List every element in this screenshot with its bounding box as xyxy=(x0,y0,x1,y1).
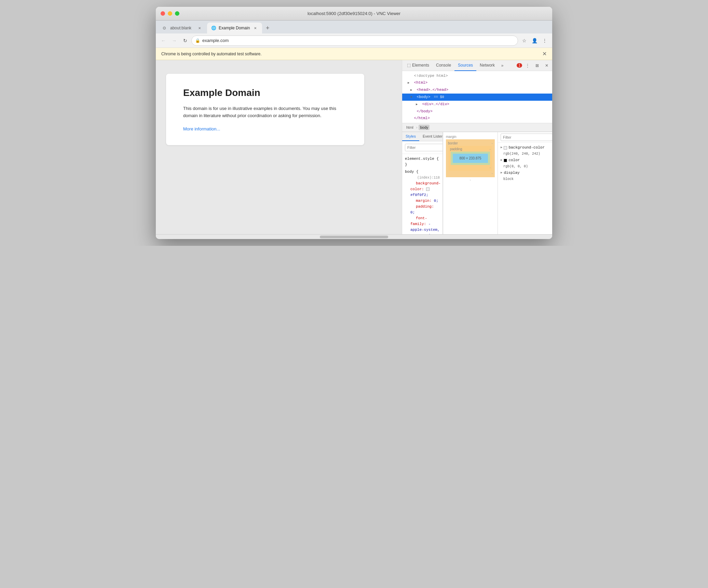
browser-scrollbar xyxy=(156,234,552,239)
computed-panel: Show all ▶ background-color rgb(240, 240… xyxy=(498,132,552,234)
font-family-prop: font-family: -apple-system, system-ui, B… xyxy=(405,215,440,234)
triangle-head[interactable] xyxy=(410,87,414,93)
computed-filter-bar: Show all xyxy=(498,132,552,143)
closing-brace: } xyxy=(405,162,440,168)
padding-value: 0; xyxy=(410,210,415,214)
nav-actions: ☆ 👤 ⋮ xyxy=(519,36,549,45)
margin-side-vals: - xyxy=(446,178,495,182)
minimize-button[interactable] xyxy=(168,11,172,16)
box-model-title: margin border - padding - xyxy=(446,135,495,182)
div-tag: <div> xyxy=(422,102,434,106)
tab-about-blank[interactable]: ⊙ about:blank ✕ xyxy=(159,23,206,33)
margin-label: margin xyxy=(446,135,495,139)
menu-button[interactable]: ⋮ xyxy=(540,36,549,45)
tab-elements[interactable]: ⬚ Elements xyxy=(404,60,433,71)
margin-bottom-val: - xyxy=(448,171,493,175)
tab-close-2[interactable]: ✕ xyxy=(253,25,258,31)
profile-button[interactable]: 👤 xyxy=(530,36,539,45)
dom-line-body[interactable]: <body> == $0 xyxy=(402,94,552,101)
element-style-selector: element.style { xyxy=(405,156,440,162)
dom-line-body-close[interactable]: </body> xyxy=(402,108,552,115)
url-text: example.com xyxy=(202,38,514,43)
tab-favicon-1: ⊙ xyxy=(163,26,167,30)
address-bar[interactable]: 🔒 example.com xyxy=(191,36,518,46)
filter-input[interactable] xyxy=(405,144,443,151)
display-block: block xyxy=(503,177,514,181)
dom-line-html[interactable]: <html> xyxy=(402,79,552,86)
tab-network[interactable]: Network xyxy=(476,60,498,71)
body-tag-open: <body> xyxy=(417,95,431,99)
tab-sources[interactable]: Sources xyxy=(454,60,476,71)
bottom-panel: Styles Event Listeners DOM Breakpoints P… xyxy=(402,132,552,234)
bookmark-button[interactable]: ☆ xyxy=(519,36,529,45)
reload-button[interactable]: ↻ xyxy=(180,36,190,45)
tab-example-domain[interactable]: 🌐 Example Domain ✕ xyxy=(207,23,262,33)
browser-content: Example Domain This domain is for use in… xyxy=(156,60,402,234)
page-description: This domain is for use in illustrative e… xyxy=(183,105,347,120)
expand-arrow-2: ▶ xyxy=(501,157,502,163)
margin-name: margin: xyxy=(410,199,434,203)
head-ellipsis: … xyxy=(430,88,433,92)
head-tag: <head> xyxy=(417,88,431,92)
browser-chrome: ⊙ about:blank ✕ 🌐 Example Domain ✕ + ← →… xyxy=(156,20,552,234)
more-tabs-button[interactable]: » xyxy=(498,61,506,70)
border-bottom-val: - xyxy=(450,166,491,169)
tab-close-1[interactable]: ✕ xyxy=(197,25,202,31)
dom-line-div[interactable]: <div>…</div> xyxy=(402,101,552,108)
tab-console[interactable]: Console xyxy=(433,60,454,71)
computed-props-list: ▶ background-color rgb(240, 240, 242) ▶ … xyxy=(498,143,552,234)
padding-inner-label: padding xyxy=(450,147,462,151)
bg-color-swatch-computed xyxy=(504,146,507,150)
triangle-div[interactable] xyxy=(416,101,420,108)
maximize-button[interactable] xyxy=(175,11,179,16)
bg-color-name: background-color: xyxy=(410,181,441,191)
scroll-thumb[interactable] xyxy=(320,236,388,238)
breadcrumb-separator: › xyxy=(416,125,418,129)
selector-element-style: element.style { xyxy=(405,157,439,161)
color-prop-name: color xyxy=(508,157,520,163)
devtools-settings-button[interactable]: ⋮ xyxy=(523,61,532,70)
new-tab-button[interactable]: + xyxy=(263,23,272,33)
devtools-close-button[interactable]: ✕ xyxy=(543,61,551,70)
banner-close-button[interactable]: ✕ xyxy=(542,51,547,57)
dom-inspector: <!doctype html> <html> <head>…</head> <b… xyxy=(402,71,552,123)
body-rule-1: body { (index):118 background-color: #f0… xyxy=(402,168,442,234)
border-top-val: - xyxy=(490,147,491,151)
automation-banner: Chrome is being controlled by automated … xyxy=(156,48,552,60)
error-badge: 1 xyxy=(517,63,522,68)
computed-display[interactable]: ▶ display xyxy=(498,169,552,177)
computed-color[interactable]: ▶ color xyxy=(498,157,552,164)
lock-icon: 🔒 xyxy=(195,38,200,43)
body-close-tag: </body> xyxy=(417,109,433,113)
body-dollar-marker: == $0 xyxy=(434,95,444,99)
inspect-icon: ⬚ xyxy=(407,63,411,68)
dom-line-doctype[interactable]: <!doctype html> xyxy=(402,72,552,79)
close-button[interactable] xyxy=(161,11,165,16)
more-info-link[interactable]: More information... xyxy=(183,126,220,131)
color-swatch-computed xyxy=(504,159,507,162)
breadcrumb-body[interactable]: body xyxy=(419,125,430,130)
triangle-html[interactable] xyxy=(408,80,412,86)
panel-tabs: Styles Event Listeners DOM Breakpoints P… xyxy=(402,132,442,141)
triangle-body[interactable] xyxy=(410,94,414,100)
computed-bg-color[interactable]: ▶ background-color xyxy=(498,144,552,151)
automation-text: Chrome is being controlled by automated … xyxy=(161,52,261,56)
back-button[interactable]: ← xyxy=(159,36,168,45)
window-title: localhost:5900 (2df30e915024:0) - VNC Vi… xyxy=(308,11,400,16)
dom-line-head[interactable]: <head>…</head> xyxy=(402,86,552,94)
forward-button[interactable]: → xyxy=(169,36,179,45)
computed-filter-input[interactable] xyxy=(501,134,552,141)
font-family-name: font-family: xyxy=(410,216,428,226)
tab-styles[interactable]: Styles xyxy=(402,132,419,141)
dom-line-html-close[interactable]: </html> xyxy=(402,115,552,122)
display-prop-name: display xyxy=(504,170,519,176)
nav-bar: ← → ↻ 🔒 example.com ☆ 👤 ⋮ xyxy=(156,33,552,48)
main-area: Example Domain This domain is for use in… xyxy=(156,60,552,234)
bg-color-prop-name: background-color xyxy=(508,145,545,151)
breadcrumb-bar: html › body xyxy=(402,123,552,132)
breadcrumb-html[interactable]: html xyxy=(405,125,415,130)
devtools-dock-button[interactable]: ⊠ xyxy=(533,61,541,70)
margin-box: border - padding - xyxy=(446,139,495,177)
bg-color-swatch[interactable] xyxy=(426,187,430,191)
tab-event-listeners[interactable]: Event Listeners xyxy=(419,132,442,141)
